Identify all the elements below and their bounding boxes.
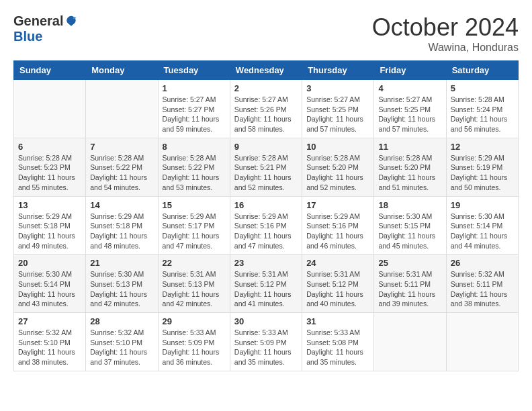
- day-info: Sunrise: 5:31 AMSunset: 5:13 PMDaylight:…: [163, 269, 226, 309]
- month-title: October 2024: [372, 13, 519, 42]
- calendar-week-row: 13Sunrise: 5:29 AMSunset: 5:18 PMDayligh…: [14, 196, 519, 255]
- calendar-cell: 16Sunrise: 5:29 AMSunset: 5:16 PMDayligh…: [230, 196, 302, 255]
- calendar-cell: 30Sunrise: 5:33 AMSunset: 5:09 PMDayligh…: [230, 313, 302, 371]
- calendar-cell: [14, 80, 86, 138]
- day-info: Sunrise: 5:30 AMSunset: 5:13 PMDaylight:…: [90, 269, 153, 309]
- day-info: Sunrise: 5:31 AMSunset: 5:12 PMDaylight:…: [234, 269, 298, 309]
- day-number: 22: [163, 258, 226, 268]
- day-number: 28: [90, 316, 153, 326]
- calendar-cell: 6Sunrise: 5:28 AMSunset: 5:23 PMDaylight…: [14, 138, 86, 196]
- calendar-cell: 23Sunrise: 5:31 AMSunset: 5:12 PMDayligh…: [230, 255, 302, 313]
- day-number: 6: [18, 142, 81, 152]
- calendar-cell: 13Sunrise: 5:29 AMSunset: 5:18 PMDayligh…: [14, 196, 86, 255]
- day-info: Sunrise: 5:29 AMSunset: 5:17 PMDaylight:…: [163, 212, 226, 251]
- day-number: 27: [18, 316, 81, 326]
- day-number: 4: [378, 83, 441, 93]
- day-number: 1: [163, 83, 226, 93]
- calendar-cell: [374, 313, 446, 371]
- calendar-header-tuesday: Tuesday: [158, 61, 230, 80]
- day-number: 21: [90, 258, 153, 268]
- day-info: Sunrise: 5:30 AMSunset: 5:15 PMDaylight:…: [378, 212, 441, 251]
- calendar-table: SundayMondayTuesdayWednesdayThursdayFrid…: [13, 60, 519, 371]
- calendar-cell: 15Sunrise: 5:29 AMSunset: 5:17 PMDayligh…: [158, 196, 230, 255]
- calendar-cell: 28Sunrise: 5:32 AMSunset: 5:10 PMDayligh…: [86, 313, 158, 371]
- day-info: Sunrise: 5:28 AMSunset: 5:23 PMDaylight:…: [18, 153, 81, 193]
- day-info: Sunrise: 5:31 AMSunset: 5:12 PMDaylight:…: [306, 269, 369, 309]
- calendar-cell: 19Sunrise: 5:30 AMSunset: 5:14 PMDayligh…: [446, 196, 518, 255]
- calendar-header-monday: Monday: [86, 61, 158, 80]
- day-number: 20: [18, 258, 81, 268]
- day-info: Sunrise: 5:30 AMSunset: 5:14 PMDaylight:…: [18, 269, 81, 309]
- calendar-cell: 11Sunrise: 5:28 AMSunset: 5:20 PMDayligh…: [374, 138, 446, 196]
- day-number: 2: [234, 83, 298, 93]
- calendar-header-saturday: Saturday: [446, 61, 518, 80]
- title-section: October 2024 Wawina, Honduras: [372, 13, 519, 54]
- calendar-cell: 31Sunrise: 5:33 AMSunset: 5:08 PMDayligh…: [302, 313, 374, 371]
- day-info: Sunrise: 5:32 AMSunset: 5:11 PMDaylight:…: [451, 269, 514, 309]
- calendar-cell: 29Sunrise: 5:33 AMSunset: 5:09 PMDayligh…: [158, 313, 230, 371]
- day-info: Sunrise: 5:28 AMSunset: 5:21 PMDaylight:…: [234, 153, 298, 193]
- calendar-cell: 25Sunrise: 5:31 AMSunset: 5:11 PMDayligh…: [374, 255, 446, 313]
- calendar-cell: 4Sunrise: 5:27 AMSunset: 5:25 PMDaylight…: [374, 80, 446, 138]
- calendar-cell: 8Sunrise: 5:28 AMSunset: 5:22 PMDaylight…: [158, 138, 230, 196]
- day-number: 3: [306, 83, 369, 93]
- day-info: Sunrise: 5:29 AMSunset: 5:19 PMDaylight:…: [451, 153, 514, 193]
- calendar-cell: 27Sunrise: 5:32 AMSunset: 5:10 PMDayligh…: [14, 313, 86, 371]
- logo: General Blue: [13, 13, 78, 44]
- day-number: 7: [90, 142, 153, 152]
- calendar-cell: 17Sunrise: 5:29 AMSunset: 5:16 PMDayligh…: [302, 196, 374, 255]
- day-number: 30: [234, 316, 298, 326]
- day-info: Sunrise: 5:31 AMSunset: 5:11 PMDaylight:…: [378, 269, 441, 309]
- day-info: Sunrise: 5:28 AMSunset: 5:22 PMDaylight:…: [163, 153, 226, 193]
- calendar-week-row: 6Sunrise: 5:28 AMSunset: 5:23 PMDaylight…: [14, 138, 519, 196]
- day-info: Sunrise: 5:29 AMSunset: 5:18 PMDaylight:…: [90, 212, 153, 251]
- calendar-week-row: 20Sunrise: 5:30 AMSunset: 5:14 PMDayligh…: [14, 255, 519, 313]
- calendar-cell: 5Sunrise: 5:28 AMSunset: 5:24 PMDaylight…: [446, 80, 518, 138]
- calendar-cell: 7Sunrise: 5:28 AMSunset: 5:22 PMDaylight…: [86, 138, 158, 196]
- day-number: 15: [163, 200, 226, 210]
- day-info: Sunrise: 5:29 AMSunset: 5:16 PMDaylight:…: [234, 212, 298, 251]
- day-info: Sunrise: 5:27 AMSunset: 5:26 PMDaylight:…: [234, 95, 298, 134]
- day-number: 19: [451, 200, 514, 210]
- calendar-cell: 26Sunrise: 5:32 AMSunset: 5:11 PMDayligh…: [446, 255, 518, 313]
- location-title: Wawina, Honduras: [372, 42, 519, 54]
- calendar-cell: 20Sunrise: 5:30 AMSunset: 5:14 PMDayligh…: [14, 255, 86, 313]
- day-info: Sunrise: 5:33 AMSunset: 5:09 PMDaylight:…: [163, 328, 226, 367]
- day-number: 17: [306, 200, 369, 210]
- day-info: Sunrise: 5:29 AMSunset: 5:16 PMDaylight:…: [306, 212, 369, 251]
- calendar-cell: 14Sunrise: 5:29 AMSunset: 5:18 PMDayligh…: [86, 196, 158, 255]
- day-number: 25: [378, 258, 441, 268]
- day-number: 16: [234, 200, 298, 210]
- calendar-cell: 3Sunrise: 5:27 AMSunset: 5:25 PMDaylight…: [302, 80, 374, 138]
- day-number: 10: [306, 142, 369, 152]
- calendar-header-wednesday: Wednesday: [230, 61, 302, 80]
- logo-general-text: General: [13, 13, 63, 29]
- day-info: Sunrise: 5:28 AMSunset: 5:20 PMDaylight:…: [378, 153, 441, 193]
- day-info: Sunrise: 5:28 AMSunset: 5:22 PMDaylight:…: [90, 153, 153, 193]
- day-number: 13: [18, 200, 81, 210]
- day-number: 9: [234, 142, 298, 152]
- day-number: 18: [378, 200, 441, 210]
- calendar-body: 1Sunrise: 5:27 AMSunset: 5:27 PMDaylight…: [14, 80, 519, 371]
- calendar-cell: 18Sunrise: 5:30 AMSunset: 5:15 PMDayligh…: [374, 196, 446, 255]
- logo-blue-text: Blue: [13, 29, 42, 44]
- day-number: 12: [451, 142, 514, 152]
- day-number: 24: [306, 258, 369, 268]
- day-number: 29: [163, 316, 226, 326]
- day-info: Sunrise: 5:33 AMSunset: 5:08 PMDaylight:…: [306, 328, 369, 367]
- day-info: Sunrise: 5:27 AMSunset: 5:25 PMDaylight:…: [378, 95, 441, 134]
- calendar-cell: [86, 80, 158, 138]
- calendar-cell: 10Sunrise: 5:28 AMSunset: 5:20 PMDayligh…: [302, 138, 374, 196]
- day-info: Sunrise: 5:29 AMSunset: 5:18 PMDaylight:…: [18, 212, 81, 251]
- day-info: Sunrise: 5:28 AMSunset: 5:24 PMDaylight:…: [451, 95, 514, 134]
- day-number: 31: [306, 316, 369, 326]
- calendar-header-sunday: Sunday: [14, 61, 86, 80]
- calendar-cell: 24Sunrise: 5:31 AMSunset: 5:12 PMDayligh…: [302, 255, 374, 313]
- day-info: Sunrise: 5:33 AMSunset: 5:09 PMDaylight:…: [234, 328, 298, 367]
- day-info: Sunrise: 5:27 AMSunset: 5:25 PMDaylight:…: [306, 95, 369, 134]
- logo-bird-icon: [64, 15, 78, 28]
- calendar-cell: 22Sunrise: 5:31 AMSunset: 5:13 PMDayligh…: [158, 255, 230, 313]
- calendar-cell: 1Sunrise: 5:27 AMSunset: 5:27 PMDaylight…: [158, 80, 230, 138]
- calendar-cell: 9Sunrise: 5:28 AMSunset: 5:21 PMDaylight…: [230, 138, 302, 196]
- calendar-week-row: 1Sunrise: 5:27 AMSunset: 5:27 PMDaylight…: [14, 80, 519, 138]
